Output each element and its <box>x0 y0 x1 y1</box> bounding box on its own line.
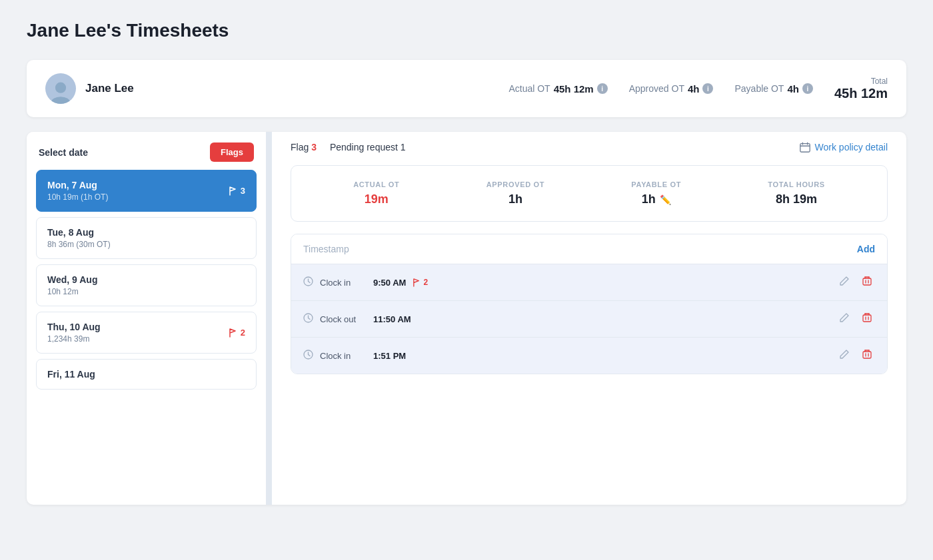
ts-edit-button[interactable] <box>836 273 852 292</box>
date-item-hours: 10h 12m <box>47 287 97 296</box>
ts-flag: 2 <box>413 278 428 287</box>
approved-ot-col-label: APPROVED OT <box>486 180 544 188</box>
ts-edit-button[interactable] <box>836 310 852 328</box>
payable-ot-edit-icon[interactable]: ✏️ <box>660 194 671 205</box>
timestamp-row: Clock in 9:50 AM 2 <box>291 264 887 300</box>
clock-icon <box>303 313 313 325</box>
date-item[interactable]: Mon, 7 Aug10h 19m (1h OT)3 <box>36 170 257 212</box>
total-label: Total <box>834 77 888 86</box>
total-hours-col-value: 8h 19m <box>768 192 825 206</box>
approved-ot-label: Approved OT <box>629 83 684 94</box>
date-item[interactable]: Tue, 8 Aug8h 36m (30m OT) <box>36 217 257 259</box>
actual-ot-col-value: 19m <box>353 192 399 206</box>
calendar-icon <box>799 141 811 153</box>
pending-inline-label: Pending request 1 <box>330 142 406 152</box>
date-item-day: Fri, 11 Aug <box>47 369 95 380</box>
date-item-day: Wed, 9 Aug <box>47 274 97 285</box>
timestamp-header: Timestamp Add <box>291 234 887 264</box>
actual-ot-info-icon[interactable]: i <box>597 83 608 94</box>
svg-point-0 <box>55 83 66 93</box>
ts-delete-button[interactable] <box>859 310 875 328</box>
ts-time: 11:50 AM <box>373 314 411 324</box>
actual-ot-col-label: ACTUAL OT <box>353 180 399 188</box>
ts-actions <box>836 310 875 328</box>
ts-type: Clock out <box>320 314 367 324</box>
actual-ot-label: Actual OT <box>508 83 550 94</box>
svg-line-8 <box>309 282 311 283</box>
clock-icon <box>303 350 313 362</box>
flags-button[interactable]: Flags <box>210 142 254 162</box>
flag-inline-count: 3 <box>311 142 317 152</box>
date-item-hours: 10h 19m (1h OT) <box>47 192 108 202</box>
payable-ot-stat: Payable OT 4h i <box>734 83 812 95</box>
svg-line-17 <box>309 318 311 320</box>
actual-ot-col: ACTUAL OT 19m <box>353 180 399 206</box>
date-item-hours: 1,234h 39m <box>47 334 101 344</box>
left-panel-header: Select date Flags <box>27 132 266 170</box>
main-layout: Select date Flags Mon, 7 Aug10h 19m (1h … <box>27 132 906 505</box>
page-title: Jane Lee's Timesheets <box>27 20 906 41</box>
flag-icon <box>229 328 238 338</box>
flag-icon <box>229 186 238 196</box>
date-item[interactable]: Fri, 11 Aug <box>36 359 257 390</box>
total-hours-col-label: TOTAL HOURS <box>768 180 825 188</box>
payable-ot-col-label: PAYABLE OT <box>631 180 681 188</box>
payable-ot-value: 4h <box>787 83 799 95</box>
ts-time: 1:51 PM <box>373 351 406 361</box>
actual-ot-value: 45h 12m <box>554 83 594 95</box>
date-list: Mon, 7 Aug10h 19m (1h OT)3Tue, 8 Aug8h 3… <box>27 170 266 404</box>
date-item-day: Tue, 8 Aug <box>47 227 111 238</box>
approved-ot-info-icon[interactable]: i <box>702 83 713 94</box>
panel-divider <box>267 132 272 505</box>
ts-edit-button[interactable] <box>836 346 852 365</box>
date-item-day: Mon, 7 Aug <box>47 180 108 190</box>
svg-point-1 <box>51 97 71 104</box>
ts-delete-button[interactable] <box>859 346 875 365</box>
date-item[interactable]: Wed, 9 Aug10h 12m <box>36 264 257 306</box>
ts-actions <box>836 346 875 365</box>
payable-ot-col: PAYABLE OT 1h ✏️ <box>631 180 681 206</box>
ts-actions <box>836 273 875 292</box>
date-item-hours: 8h 36m (30m OT) <box>47 240 111 249</box>
date-item-day: Thu, 10 Aug <box>47 322 101 332</box>
svg-rect-18 <box>863 315 871 322</box>
ts-type: Clock in <box>320 278 367 288</box>
payable-ot-col-value: 1h <box>642 192 656 206</box>
svg-rect-27 <box>863 352 871 358</box>
payable-ot-info-icon[interactable]: i <box>802 83 813 94</box>
svg-rect-9 <box>863 278 871 285</box>
add-timestamp-link[interactable]: Add <box>857 244 875 254</box>
total-hours-col: TOTAL HOURS 8h 19m <box>768 180 825 206</box>
timestamp-section: Timestamp Add Clock in 9:50 AM 2 <box>291 234 888 374</box>
svg-line-26 <box>309 355 311 356</box>
clock-icon <box>303 276 313 288</box>
approved-ot-stat: Approved OT 4h i <box>629 83 714 95</box>
total-block: Total 45h 12m <box>834 77 888 101</box>
timestamp-row: Clock out 11:50 AM <box>291 300 887 337</box>
ts-type: Clock in <box>320 351 367 361</box>
left-panel: Select date Flags Mon, 7 Aug10h 19m (1h … <box>27 132 267 505</box>
svg-rect-2 <box>800 144 809 152</box>
header-card: Jane Lee Actual OT 45h 12m i Approved OT… <box>27 60 906 117</box>
timestamp-title: Timestamp <box>303 244 349 254</box>
select-date-label: Select date <box>39 147 88 158</box>
total-value: 45h 12m <box>834 86 888 101</box>
timestamp-row: Clock in 1:51 PM <box>291 337 887 374</box>
approved-ot-value: 4h <box>688 83 700 95</box>
ts-flag-icon <box>413 278 421 287</box>
approved-ot-col-value: 1h <box>486 192 544 206</box>
user-name: Jane Lee <box>85 82 134 95</box>
date-item-flag: 2 <box>229 328 245 338</box>
right-panel: Flag Pending request 7 Aug Flag 3 Pendin… <box>272 132 906 505</box>
date-item[interactable]: Thu, 10 Aug1,234h 39m2 <box>36 312 257 354</box>
pending-inline-count: 1 <box>401 142 406 152</box>
ot-summary-card: ACTUAL OT 19m APPROVED OT 1h PAYABLE OT … <box>291 165 888 222</box>
ts-time: 9:50 AM <box>373 278 406 288</box>
work-policy-label: Work policy detail <box>815 142 888 152</box>
work-policy-link[interactable]: Work policy detail <box>799 141 888 153</box>
ts-delete-button[interactable] <box>859 273 875 292</box>
approved-ot-col: APPROVED OT 1h <box>486 180 544 206</box>
payable-ot-label: Payable OT <box>734 83 784 94</box>
date-item-flag: 3 <box>229 186 245 196</box>
flag-inline-label: Flag 3 <box>291 142 317 152</box>
